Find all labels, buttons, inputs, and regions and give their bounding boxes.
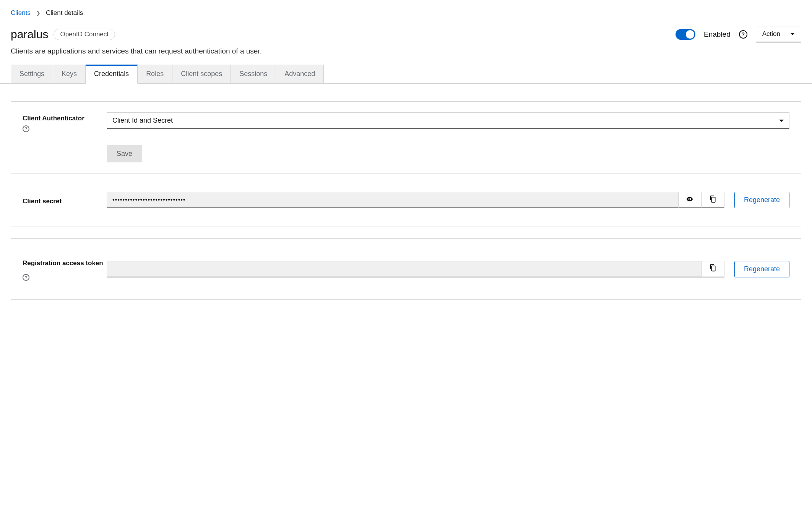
save-button[interactable]: Save [107,145,142,162]
enabled-label: Enabled [704,30,731,39]
client-authenticator-label: Client Authenticator [23,115,107,122]
action-dropdown[interactable]: Action [756,26,801,42]
breadcrumb: Clients ❯ Client details [11,9,801,17]
action-label: Action [762,30,780,38]
breadcrumb-link-clients[interactable]: Clients [11,9,31,17]
tab-client-scopes[interactable]: Client scopes [172,65,231,83]
toggle-knob [686,30,694,39]
select-value: Client Id and Secret [112,117,173,125]
registration-token-input[interactable] [107,261,702,277]
reveal-secret-button[interactable] [679,192,702,208]
chevron-right-icon: ❯ [36,10,41,16]
page-description: Clients are applications and services th… [11,47,801,55]
page-title: paralus [11,28,48,41]
tab-sessions[interactable]: Sessions [231,65,276,83]
tab-roles[interactable]: Roles [138,65,172,83]
regenerate-token-button[interactable]: Regenerate [734,261,789,277]
tab-advanced[interactable]: Advanced [276,65,324,83]
tab-settings[interactable]: Settings [11,65,53,83]
tab-credentials[interactable]: Credentials [86,65,138,84]
eye-icon [686,195,693,205]
copy-icon [709,195,716,205]
client-authenticator-select[interactable]: Client Id and Secret [107,112,789,129]
protocol-badge: OpenID Connect [54,29,115,40]
client-secret-input[interactable] [107,192,679,208]
enabled-toggle[interactable] [676,29,695,40]
help-icon[interactable]: ? [23,125,29,132]
copy-token-button[interactable] [702,261,724,277]
copy-icon [709,264,716,274]
caret-down-icon [779,120,784,122]
client-secret-label: Client secret [23,198,62,205]
regenerate-secret-button[interactable]: Regenerate [734,192,789,208]
help-icon[interactable]: ? [23,274,29,281]
tab-keys[interactable]: Keys [53,65,86,83]
breadcrumb-current: Client details [46,9,83,17]
copy-secret-button[interactable] [702,192,724,208]
caret-down-icon [790,33,795,35]
help-icon[interactable]: ? [739,30,747,39]
registration-token-label: Registration access token [23,259,103,267]
tabs: Settings Keys Credentials Roles Client s… [0,65,812,84]
